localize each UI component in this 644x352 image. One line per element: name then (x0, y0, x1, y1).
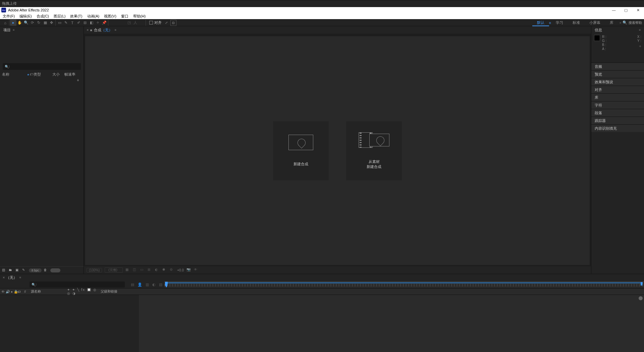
workspace-small[interactable]: 小屏幕 (585, 20, 605, 25)
toggle-mask-icon[interactable]: ◫ (133, 268, 138, 272)
exposure-reset-icon[interactable]: ⚙ (170, 268, 174, 272)
shy-icon[interactable]: 👤 (138, 282, 142, 287)
interpret-footage-icon[interactable]: ▧ (2, 268, 7, 273)
snap-options[interactable]: ⊡ (170, 20, 176, 26)
workspace-default[interactable]: 默认 (532, 20, 549, 25)
show-snapshot-icon[interactable]: 👁 (194, 268, 199, 272)
libraries-panel[interactable]: 库 (591, 93, 644, 101)
snapshot-icon[interactable]: 📷 (186, 268, 191, 272)
type-tool[interactable]: T (69, 19, 75, 26)
region-icon[interactable]: ▭ (140, 268, 145, 272)
viewer-lock-icon[interactable]: ■ (90, 28, 92, 32)
paragraph-panel[interactable]: 段落 (591, 109, 644, 117)
graph-editor-icon[interactable]: ▧ (159, 282, 162, 287)
comp-marker-icon[interactable] (639, 296, 643, 300)
menu-composition[interactable]: 合成(C) (37, 14, 49, 19)
search-help-icon[interactable]: 🔍 (623, 20, 627, 25)
selection-tool[interactable]: ▸ (10, 19, 16, 26)
audio-col-icon[interactable]: 🔊 (6, 290, 10, 294)
exposure-value[interactable]: +0.0 (177, 268, 184, 272)
comp-flowchart-icon[interactable]: ▤ (131, 282, 134, 287)
eraser-tool[interactable]: ◧ (88, 19, 95, 26)
content-aware-fill-panel[interactable]: 内容识别填充 (591, 124, 644, 132)
resolution-dropdown[interactable]: (完整) (105, 267, 123, 273)
new-composition-button[interactable]: 新建合成 (273, 121, 329, 180)
anchor-tool[interactable]: ✥ (48, 19, 55, 26)
timeline-track-area[interactable] (139, 295, 644, 352)
col-type[interactable]: 类型 (34, 72, 52, 77)
rotate-tool[interactable]: ↻ (36, 19, 42, 26)
timeline-tab-close-icon[interactable]: × (3, 275, 5, 279)
parent-col[interactable]: 父级和链接 (101, 289, 131, 294)
new-comp-from-footage-button[interactable]: 从素材新建合成 (346, 121, 402, 180)
menu-effect[interactable]: 效果(T) (70, 14, 82, 19)
viewer-tab-close-icon[interactable]: × (87, 28, 89, 32)
col-name[interactable]: 名称 (2, 72, 27, 77)
motion-blur-icon[interactable]: ◐ (152, 282, 156, 287)
camera-tool[interactable]: ▦ (42, 19, 48, 26)
guides-icon[interactable]: ⊞ (148, 268, 152, 272)
snap-expand-icon[interactable]: ⤢ (165, 21, 168, 25)
label-icon[interactable]: 🏷 (30, 72, 34, 76)
workspace-overflow-icon[interactable]: » (620, 21, 621, 25)
menu-layer[interactable]: 图层(L) (54, 14, 65, 19)
timeline-layer-list[interactable] (0, 295, 139, 352)
timeline-panel-menu-icon[interactable]: ≡ (19, 276, 21, 279)
label-col-icon[interactable]: 🏷 (17, 290, 24, 294)
col-fps[interactable]: 帧速率 (64, 72, 82, 77)
info-panel-tab[interactable]: 信息 ≡ (591, 26, 644, 34)
frame-blend-icon[interactable]: ▥ (146, 282, 149, 287)
roto-tool[interactable]: ✧ (95, 19, 101, 26)
axis-tool[interactable]: ◳ (126, 19, 132, 26)
video-col-icon[interactable]: 👁 (1, 290, 5, 294)
flowchart-icon[interactable]: ⚘ (0, 77, 84, 84)
workspace-standard[interactable]: 标准 (568, 20, 585, 25)
home-tool[interactable]: ⌂ (2, 19, 8, 26)
menu-edit[interactable]: 编辑(E) (19, 14, 32, 19)
workspace-learn[interactable]: 学习 (551, 20, 568, 25)
new-folder-icon[interactable]: 🖿 (9, 268, 13, 273)
viewer-tab-label[interactable]: 合成 (94, 28, 101, 33)
workspace-library[interactable]: 库 (605, 20, 618, 25)
minimize-button[interactable]: — (612, 8, 616, 12)
menu-window[interactable]: 窗口 (121, 14, 128, 19)
brush-tool[interactable]: ✐ (75, 19, 82, 26)
snap-toggle[interactable]: 对齐 (149, 20, 162, 25)
clone-tool[interactable]: ⊟ (82, 19, 88, 26)
time-ruler[interactable] (164, 281, 644, 288)
maximize-button[interactable]: ▢ (624, 8, 628, 12)
orbit-tool[interactable]: ⟳ (29, 19, 36, 26)
pen-tool[interactable]: ✎ (63, 19, 69, 26)
axis-tool3[interactable] (139, 19, 145, 26)
sort-icon[interactable]: ▲ (27, 73, 30, 76)
viewer-panel-menu-icon[interactable]: ≡ (114, 28, 116, 32)
channel-icon[interactable]: ◐ (155, 268, 160, 272)
preview-panel[interactable]: 预览 (591, 70, 644, 78)
menu-view[interactable]: 视图(V) (104, 14, 116, 19)
audio-panel[interactable]: 音频 (591, 62, 644, 70)
zoom-tool[interactable]: 🔍 (23, 19, 29, 26)
new-comp-icon[interactable]: ▣ (15, 268, 20, 273)
info-panel-menu-icon[interactable]: ≡ (639, 28, 641, 32)
zoom-dropdown[interactable]: (100%) (87, 268, 102, 272)
project-bin[interactable] (0, 84, 84, 266)
hand-tool[interactable]: ✋ (16, 19, 23, 26)
shape-tool[interactable]: ▭ (56, 19, 63, 26)
toggle-transparency-icon[interactable]: ▦ (125, 268, 130, 272)
tracker-panel[interactable]: 跟踪器 (591, 117, 644, 124)
project-panel-menu-icon[interactable]: ≡ (13, 28, 14, 32)
puppet-tool[interactable]: 📌 (101, 19, 107, 26)
solo-col-icon[interactable]: ● (11, 290, 13, 294)
project-tab[interactable]: 项目 ≡ (0, 26, 84, 34)
col-size[interactable]: 大小 (52, 72, 64, 77)
timeline-search-input[interactable]: 🔍⁝ (30, 281, 125, 288)
character-panel[interactable]: 字符 (591, 101, 644, 109)
menu-file[interactable]: 文件(F) (3, 14, 15, 19)
search-help-label[interactable]: 搜索帮助 (629, 20, 642, 25)
upload-badge[interactable]: 拖拽上传 (0, 0, 644, 7)
effects-presets-panel[interactable]: 效果和预设 (591, 78, 644, 86)
axis-tool2[interactable]: 人 (132, 19, 139, 26)
timeline-tab-label[interactable]: （无） (6, 275, 17, 280)
align-panel[interactable]: 对齐 (591, 86, 644, 93)
adjust-icon[interactable]: ✎ (22, 268, 27, 273)
